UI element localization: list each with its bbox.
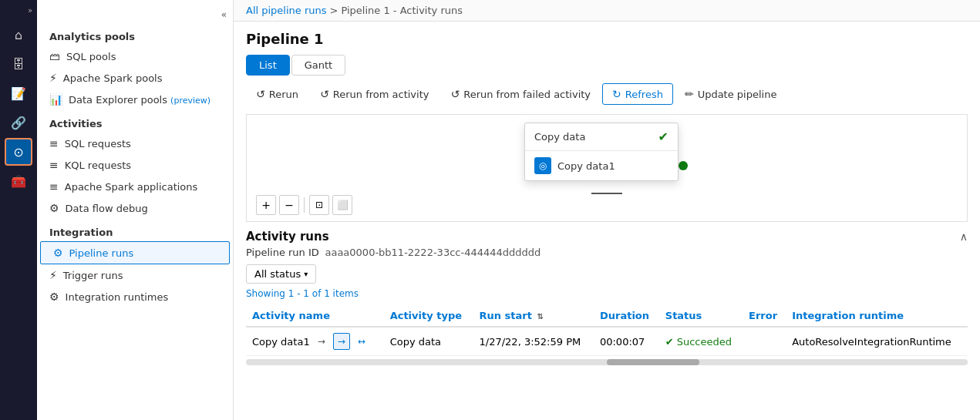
- fit-view-button[interactable]: ⊡: [309, 195, 329, 215]
- status-filter-chevron-icon: ▾: [304, 270, 308, 278]
- breadcrumb: All pipeline runs > Pipeline 1 - Activit…: [234, 0, 980, 22]
- home-nav-icon[interactable]: ⌂: [5, 21, 32, 49]
- sidebar-item-data-flow-debug-label: Data flow debug: [66, 203, 221, 214]
- dropdown-item-label: Copy data1: [557, 160, 615, 172]
- sidebar-item-kql-requests[interactable]: ≡ KQL requests: [37, 154, 233, 176]
- document-nav-icon[interactable]: 📝: [5, 79, 32, 107]
- output-arrow-icon[interactable]: →: [333, 333, 350, 350]
- showing-count: Showing 1 - 1 of 1 items: [246, 288, 968, 299]
- zoom-in-button[interactable]: +: [256, 195, 276, 215]
- pipeline-runs-icon: ⚙: [53, 247, 63, 259]
- sort-icon[interactable]: ⇅: [537, 312, 543, 321]
- canvas-controls: + − ⊡ ⬜: [256, 195, 352, 215]
- sql-requests-icon: ≡: [49, 137, 59, 150]
- update-pipeline-icon: ✏: [685, 88, 694, 100]
- sidebar-item-spark-pools-label: Apache Spark pools: [63, 72, 221, 84]
- database-nav-icon[interactable]: 🗄: [5, 50, 32, 78]
- controls-divider: [304, 197, 305, 213]
- status-filter-label: All status: [254, 268, 301, 280]
- col-run-start: Run start ⇅: [473, 305, 594, 327]
- pipelines-nav-icon[interactable]: 🔗: [5, 109, 32, 136]
- tab-gantt[interactable]: Gantt: [291, 55, 345, 76]
- nav-collapse-icon[interactable]: »: [28, 6, 37, 15]
- cell-activity-type: Copy data: [384, 327, 473, 356]
- canvas-divider: [591, 193, 622, 194]
- update-pipeline-button[interactable]: ✏ Update pipeline: [675, 83, 787, 105]
- activities-header: Activities: [37, 110, 233, 133]
- rerun-icon: ↺: [256, 88, 265, 100]
- sidebar-item-pipeline-runs-label: Pipeline runs: [69, 247, 217, 259]
- rerun-from-failed-button[interactable]: ↺ Rerun from failed activity: [440, 83, 601, 105]
- sidebar-item-sql-pools[interactable]: 🗃 SQL pools: [37, 45, 233, 67]
- dropdown-item-copy-data1[interactable]: ◎ Copy data1: [525, 151, 678, 180]
- activity-runs-header: Activity runs ∧: [246, 230, 968, 244]
- breadcrumb-current: Pipeline 1 - Activity runs: [341, 5, 463, 16]
- activity-runs-table: Activity name Activity type Run start ⇅ …: [246, 305, 968, 365]
- frame-button[interactable]: ⬜: [332, 195, 352, 215]
- monitor-nav-icon[interactable]: ⊙: [5, 138, 32, 166]
- sidebar-item-kql-requests-label: KQL requests: [65, 160, 221, 171]
- analytics-pools-header: Analytics pools: [37, 23, 233, 45]
- rerun-from-failed-icon: ↺: [450, 88, 460, 100]
- nav-rail: » ⌂ 🗄 📝 🔗 ⊙ 🧰: [0, 0, 37, 420]
- spark-apps-icon: ≡: [49, 180, 59, 193]
- sidebar-item-sql-requests[interactable]: ≡ SQL requests: [37, 133, 233, 154]
- sql-pools-icon: 🗃: [49, 50, 60, 62]
- filter-row: All status ▾: [246, 264, 968, 284]
- integration-runtimes-icon: ⚙: [49, 291, 59, 303]
- rerun-from-activity-button[interactable]: ↺ Rerun from activity: [310, 83, 439, 105]
- zoom-out-button[interactable]: −: [279, 195, 299, 215]
- tab-list[interactable]: List: [246, 55, 290, 76]
- cell-activity-name: Copy data1 → → ↔: [246, 327, 384, 356]
- col-activity-type: Activity type: [384, 305, 473, 327]
- scrollbar-thumb[interactable]: [607, 359, 699, 365]
- refresh-icon: ↻: [612, 88, 621, 100]
- sidebar-item-integration-runtimes[interactable]: ⚙ Integration runtimes: [37, 286, 233, 307]
- integration-header: Integration: [37, 219, 233, 241]
- table-row: Copy data1 → → ↔ Copy data 1/27/22, 3:52…: [246, 327, 968, 356]
- sidebar-item-pipeline-runs[interactable]: ⚙ Pipeline runs: [40, 241, 230, 264]
- rerun-label: Rerun: [269, 89, 298, 100]
- row-actions: → → ↔: [313, 333, 370, 350]
- horizontal-scrollbar[interactable]: [246, 359, 968, 365]
- col-integration-runtime: Integration runtime: [786, 305, 968, 327]
- col-duration: Duration: [594, 305, 659, 327]
- dropdown-title: Copy data: [534, 131, 585, 143]
- content-area: Pipeline 1 List Gantt ↺ Rerun ↺ Rerun fr…: [234, 22, 980, 420]
- run-id-row: Pipeline run ID aaaa0000-bb11-2222-33cc-…: [246, 247, 968, 258]
- breadcrumb-separator: >: [329, 5, 341, 16]
- breadcrumb-link[interactable]: All pipeline runs: [246, 5, 327, 16]
- input-arrow-icon[interactable]: →: [313, 333, 330, 350]
- sidebar-item-integration-runtimes-label: Integration runtimes: [66, 291, 221, 303]
- sidebar-item-spark-apps[interactable]: ≡ Apache Spark applications: [37, 176, 233, 197]
- activity-success-indicator: [679, 161, 688, 170]
- rerun-from-failed-label: Rerun from failed activity: [463, 89, 591, 100]
- copy-data-dropdown: Copy data ✔ ◎ Copy data1: [524, 123, 679, 181]
- data-explorer-icon: 📊: [49, 93, 62, 106]
- sidebar-collapse-btn[interactable]: «: [221, 9, 227, 20]
- collapse-section-icon[interactable]: ∧: [960, 230, 968, 243]
- run-id-label: Pipeline run ID: [246, 247, 319, 258]
- cell-status: ✔ Succeeded: [659, 327, 743, 356]
- pipeline-canvas: Copy data ✔ ◎ Copy data1 + − ⊡ ⬜: [246, 114, 968, 222]
- cell-integration-runtime: AutoResolveIntegrationRuntime: [786, 327, 968, 356]
- sidebar-item-sql-requests-label: SQL requests: [65, 138, 221, 150]
- manage-nav-icon[interactable]: 🧰: [5, 167, 32, 195]
- copy-data1-icon: ◎: [534, 157, 551, 174]
- rerun-from-activity-label: Rerun from activity: [333, 89, 429, 100]
- status-text: Succeeded: [677, 336, 732, 348]
- refresh-button[interactable]: ↻ Refresh: [602, 83, 673, 105]
- sidebar-item-spark-pools[interactable]: ⚡ Apache Spark pools: [37, 67, 233, 89]
- rerun-button[interactable]: ↺ Rerun: [246, 83, 308, 105]
- col-status: Status: [659, 305, 743, 327]
- cell-duration: 00:00:07: [594, 327, 659, 356]
- activity-runs-title: Activity runs: [246, 230, 329, 244]
- rerun-row-icon[interactable]: ↔: [353, 333, 370, 350]
- sidebar-item-spark-apps-label: Apache Spark applications: [65, 181, 221, 193]
- sidebar-item-data-explorer[interactable]: 📊 Data Explorer pools (preview): [37, 89, 233, 110]
- dropdown-header: Copy data ✔: [525, 123, 678, 151]
- sidebar-item-data-flow-debug[interactable]: ⚙ Data flow debug: [37, 197, 233, 219]
- status-filter-dropdown[interactable]: All status ▾: [246, 264, 316, 284]
- sidebar-item-trigger-runs[interactable]: ⚡ Trigger runs: [37, 264, 233, 286]
- page-title: Pipeline 1: [246, 31, 968, 47]
